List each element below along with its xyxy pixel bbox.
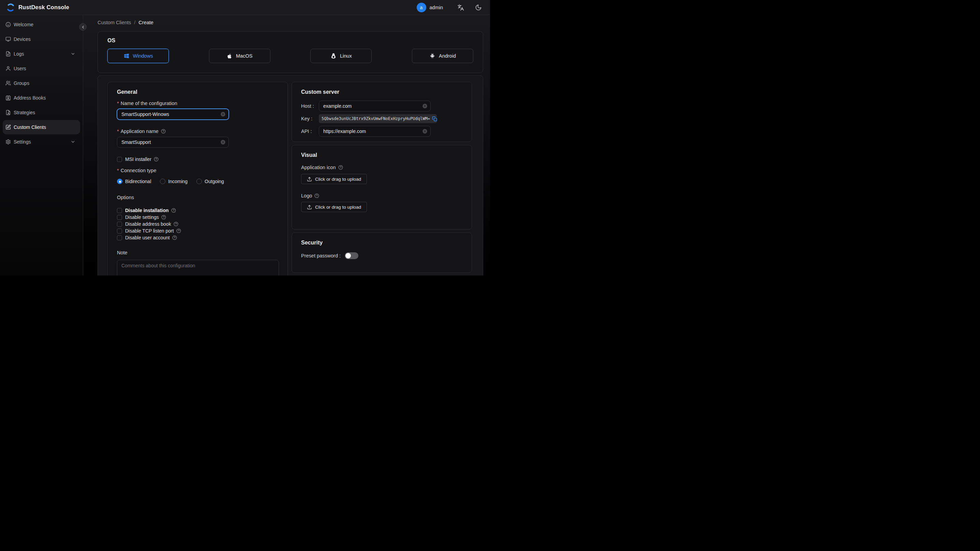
sidebar-item-label: Welcome <box>14 22 33 27</box>
disable-settings-checkbox[interactable] <box>117 215 122 220</box>
user-icon <box>5 66 11 71</box>
radio-outgoing[interactable]: Outgoing <box>196 179 224 184</box>
required-marker: * <box>117 168 119 173</box>
disable-installation-checkbox[interactable] <box>117 208 122 213</box>
help-icon <box>161 129 166 134</box>
clear-icon[interactable] <box>220 111 226 117</box>
breadcrumb-parent[interactable]: Custom Clients <box>97 20 131 25</box>
sidebar-collapse-button[interactable] <box>79 23 87 31</box>
app-name-input[interactable] <box>117 137 229 148</box>
clear-icon[interactable] <box>422 104 428 109</box>
preset-password-toggle[interactable] <box>345 252 358 259</box>
key-row: Key : 5Qbwsde3unUcJBtrx9ZkvUmwFNoExHzpry… <box>301 114 462 123</box>
logo-upload-button[interactable]: Click or drag to upload <box>301 202 367 212</box>
help-icon <box>176 228 181 233</box>
username[interactable]: admin <box>430 5 443 10</box>
file-user-icon <box>5 110 11 115</box>
security-card: Security Preset password : <box>291 233 472 273</box>
sidebar-item-users[interactable]: Users <box>3 61 80 76</box>
radio-incoming[interactable]: Incoming <box>160 179 188 184</box>
copy-icon[interactable] <box>432 116 437 121</box>
application-icon-label: Application icon <box>301 165 462 170</box>
host-row: Host : <box>301 100 462 111</box>
brand: RustDesk Console <box>6 3 69 12</box>
radio-dot <box>160 179 165 184</box>
visual-card: Visual Application icon <box>291 145 472 229</box>
sidebar: Welcome Devices Logs <box>0 15 83 276</box>
sidebar-item-address-books[interactable]: Address Books <box>3 91 80 105</box>
help-icon <box>173 221 178 226</box>
os-button-linux[interactable]: Linux <box>310 49 372 63</box>
sidebar-item-strategies[interactable]: Strategies <box>3 105 80 120</box>
sidebar-item-label: Groups <box>14 80 29 86</box>
help-icon <box>172 235 177 240</box>
header-right: a admin <box>417 3 484 12</box>
option-disable-user-account: Disable user account <box>117 235 278 240</box>
user-avatar[interactable]: a <box>417 3 426 12</box>
os-buttons: Windows MacOS <box>107 49 473 63</box>
sidebar-item-label: Address Books <box>14 95 46 100</box>
radio-dot <box>117 179 123 184</box>
host-label: Host : <box>301 104 319 109</box>
rustdesk-console-app: RustDesk Console a admin <box>0 0 490 276</box>
preset-password-label: Preset password : <box>301 253 340 258</box>
breadcrumb-separator: / <box>134 20 135 25</box>
note-textarea[interactable] <box>117 260 279 276</box>
host-field <box>319 100 431 111</box>
host-input[interactable] <box>319 100 431 111</box>
application-icon-upload-button[interactable]: Click or drag to upload <box>301 174 367 184</box>
dark-mode-icon[interactable] <box>475 4 482 11</box>
config-name-field <box>117 109 229 120</box>
chevron-down-icon <box>71 139 75 144</box>
disable-user-account-checkbox[interactable] <box>117 235 122 240</box>
api-field <box>319 126 431 137</box>
radio-bidirectional[interactable]: Bidirectional <box>117 179 151 184</box>
os-button-android[interactable]: Android <box>412 49 473 63</box>
clear-icon[interactable] <box>422 129 428 134</box>
required-marker: * <box>117 100 119 106</box>
custom-server-heading: Custom server <box>301 89 462 95</box>
sidebar-item-label: Logs <box>14 51 24 57</box>
sidebar-item-welcome[interactable]: Welcome <box>3 18 80 32</box>
os-button-windows[interactable]: Windows <box>107 49 169 63</box>
general-card: General * Name of the configuration <box>107 82 288 276</box>
windows-logo-icon <box>123 53 130 59</box>
breadcrumb: Custom Clients / Create <box>97 19 483 26</box>
gear-icon <box>5 139 11 145</box>
app-name-field <box>117 137 229 148</box>
os-button-label: Android <box>439 53 456 59</box>
sidebar-item-custom-clients[interactable]: Custom Clients <box>3 120 80 134</box>
app-name-label: * Application name <box>117 129 278 134</box>
option-disable-settings: Disable settings <box>117 215 278 220</box>
apple-logo-icon <box>227 53 232 59</box>
api-input[interactable] <box>319 126 431 137</box>
disable-address-book-checkbox[interactable] <box>117 221 122 227</box>
rustdesk-logo-icon <box>6 3 15 12</box>
toggle-knob <box>345 253 351 258</box>
sidebar-item-groups[interactable]: Groups <box>3 76 80 90</box>
help-icon <box>171 208 176 213</box>
option-disable-address-book: Disable address book <box>117 221 278 227</box>
upload-icon <box>307 205 312 210</box>
required-marker: * <box>117 129 119 134</box>
note-label: Note <box>117 250 278 255</box>
option-disable-installation: Disable installation <box>117 208 278 213</box>
api-label: API : <box>301 129 319 134</box>
config-name-input[interactable] <box>117 109 229 120</box>
general-heading: General <box>117 89 278 95</box>
radio-dot <box>196 179 202 184</box>
clear-icon[interactable] <box>220 139 226 145</box>
language-icon[interactable] <box>457 4 464 11</box>
sidebar-item-settings[interactable]: Settings <box>3 135 80 149</box>
sidebar-item-logs[interactable]: Logs <box>3 47 80 61</box>
connection-type-radios: Bidirectional Incoming Outgoing <box>117 179 278 184</box>
app-title: RustDesk Console <box>18 4 69 11</box>
logo-label: Logo <box>301 193 462 198</box>
sidebar-item-devices[interactable]: Devices <box>3 32 80 46</box>
os-button-macos[interactable]: MacOS <box>209 49 270 63</box>
disable-tcp-listen-port-checkbox[interactable] <box>117 228 122 234</box>
msi-installer-checkbox[interactable] <box>117 157 122 162</box>
custom-server-card: Custom server Host : Key : <box>291 82 472 142</box>
key-field: 5Qbwsde3unUcJBtrx9ZkvUmwFNoExHzpryHuPUdq… <box>319 114 437 123</box>
config-name-label: * Name of the configuration <box>117 100 278 106</box>
